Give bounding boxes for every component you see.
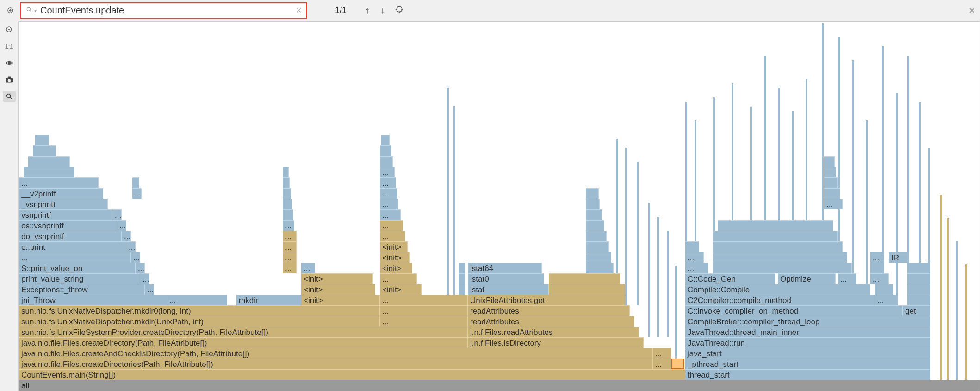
flame-frame[interactable]: ...	[131, 252, 140, 263]
flame-frame[interactable]: readAttributes	[468, 316, 634, 327]
flame-frame[interactable]	[586, 231, 607, 241]
flame-frame[interactable]: ...	[380, 188, 397, 199]
flame-frame[interactable]: Compile::Compile	[685, 284, 870, 295]
flame-frame[interactable]: java.nio.file.Files.createAndCheckIsDire…	[19, 348, 653, 359]
flame-frame[interactable]: _vsnprintf	[19, 199, 108, 209]
next-match-icon[interactable]: ↓	[380, 5, 385, 16]
flame-frame[interactable]	[549, 273, 620, 284]
flame-frame[interactable]: ...	[19, 177, 99, 188]
flame-frame[interactable]: __v2printf	[19, 188, 103, 199]
flame-frame[interactable]: print_value_string	[19, 273, 140, 284]
flame-frame[interactable]: readAttributes	[468, 305, 630, 316]
flame-frame[interactable]: <init>	[380, 252, 410, 263]
flame-frame[interactable]: ...	[870, 252, 884, 263]
flame-frame[interactable]: lstat	[468, 284, 549, 295]
flame-frame[interactable]: ...	[380, 177, 396, 188]
flame-frame[interactable]: ...	[283, 231, 297, 241]
flame-frame[interactable]: ...	[380, 167, 395, 177]
flame-frame[interactable]: ...	[380, 220, 403, 231]
flame-frame[interactable]: java_start	[685, 348, 930, 359]
flame-frame[interactable]: <init>	[301, 273, 373, 284]
flame-frame[interactable]	[713, 263, 852, 273]
flame-frame[interactable]	[283, 199, 292, 209]
zoom-in-top-icon[interactable]	[4, 4, 18, 18]
flame-frame[interactable]	[33, 145, 56, 156]
flame-frame[interactable]	[380, 145, 391, 156]
flame-frame[interactable]: IR	[889, 252, 907, 263]
flame-frame[interactable]: ...	[838, 273, 856, 284]
flame-frame[interactable]	[907, 273, 930, 284]
flame-frame[interactable]: ...	[126, 241, 136, 252]
flame-frame[interactable]	[718, 220, 833, 231]
flame-frame[interactable]	[35, 135, 49, 145]
flame-frame[interactable]	[283, 177, 290, 188]
flame-frame[interactable]: ...	[117, 220, 126, 231]
flame-frame[interactable]: UnixFileAttributes.get	[468, 295, 625, 305]
flame-frame[interactable]: JavaThread::run	[685, 337, 930, 348]
flame-frame[interactable]	[685, 241, 699, 252]
flame-frame[interactable]: mkdir	[236, 295, 301, 305]
eye-icon[interactable]	[3, 57, 16, 69]
flame-frame[interactable]	[132, 177, 139, 188]
flame-frame[interactable]	[907, 263, 930, 273]
flame-frame[interactable]: ...	[122, 231, 131, 241]
flame-frame[interactable]: ...	[380, 209, 401, 220]
flame-frame[interactable]: S::print_value_on	[19, 263, 136, 273]
flame-frame[interactable]: ...	[136, 263, 145, 273]
flame-frame[interactable]: Optimize	[778, 273, 836, 284]
flame-frame[interactable]: ...	[380, 273, 417, 284]
flame-frame[interactable]: ...	[380, 199, 398, 209]
flame-frame[interactable]: <init>	[301, 295, 380, 305]
camera-icon[interactable]	[3, 74, 16, 85]
flame-frame[interactable]	[586, 220, 604, 231]
flame-frame[interactable]	[283, 209, 293, 220]
flame-frame[interactable]	[24, 167, 74, 177]
flame-frame[interactable]: ...	[380, 305, 468, 316]
flame-frame[interactable]: C::Code_Gen	[685, 273, 775, 284]
flame-frame[interactable]: Exceptions::_throw	[19, 284, 145, 295]
flame-frame[interactable]: sun.nio.fs.UnixNativeDispatcher.mkdir0(l…	[19, 305, 380, 316]
flame-frame[interactable]: ...	[145, 284, 154, 295]
flame-frame[interactable]: jni_Throw	[19, 295, 167, 305]
flame-frame[interactable]: C2Compiler::compile_method	[685, 295, 875, 305]
flame-frame[interactable]: do_vsnprintf	[19, 231, 122, 241]
flame-frame[interactable]	[824, 156, 835, 167]
flame-frame[interactable]: ...	[167, 295, 227, 305]
flame-frame[interactable]: ...	[875, 295, 898, 305]
flame-frame[interactable]: ...	[380, 295, 468, 305]
flame-frame[interactable]: ...	[653, 359, 671, 369]
clear-search-icon[interactable]: ✕	[296, 6, 302, 15]
flame-frame[interactable]: ...	[685, 263, 708, 273]
target-icon[interactable]	[395, 5, 404, 16]
flame-frame[interactable]	[459, 273, 465, 284]
flame-frame[interactable]: ...	[301, 263, 315, 273]
flame-frame[interactable]: ...	[380, 231, 405, 241]
flame-frame[interactable]	[875, 284, 893, 295]
flame-frame[interactable]: ...	[132, 188, 142, 199]
flame-frame[interactable]	[824, 177, 838, 188]
flame-frame[interactable]: all	[19, 380, 980, 391]
search-tool-icon[interactable]	[3, 91, 16, 102]
flame-frame[interactable]	[549, 284, 625, 295]
flame-frame[interactable]: sun.nio.fs.UnixNativeDispatcher.mkdir(Un…	[19, 316, 380, 327]
flame-frame[interactable]: ...	[140, 273, 149, 284]
flame-frame[interactable]: ...	[283, 252, 297, 263]
flame-frame[interactable]	[380, 156, 393, 167]
flamegraph-canvas[interactable]: allCountEvents.main(String[])thread_star…	[19, 21, 980, 391]
flame-frame[interactable]	[586, 188, 599, 199]
flame-frame[interactable]: ...	[19, 252, 131, 263]
flame-frame[interactable]	[586, 209, 602, 220]
flame-frame[interactable]	[907, 295, 930, 305]
flame-frame[interactable]: ...	[870, 273, 889, 284]
zoom-out-icon[interactable]	[3, 24, 16, 35]
flame-frame[interactable]	[671, 359, 684, 369]
flame-frame[interactable]: _pthread_start	[685, 359, 930, 369]
flame-frame[interactable]: <init>	[380, 263, 412, 273]
flame-frame[interactable]: java.nio.file.Files.createDirectory(Path…	[19, 337, 468, 348]
flame-frame[interactable]: os::vsnprintf	[19, 220, 117, 231]
flame-frame[interactable]: o::print	[19, 241, 126, 252]
flame-frame[interactable]: ...	[380, 316, 468, 327]
flame-frame[interactable]	[870, 263, 884, 273]
flame-frame[interactable]: ...	[653, 348, 671, 359]
flame-frame[interactable]: lstat64	[468, 263, 542, 273]
